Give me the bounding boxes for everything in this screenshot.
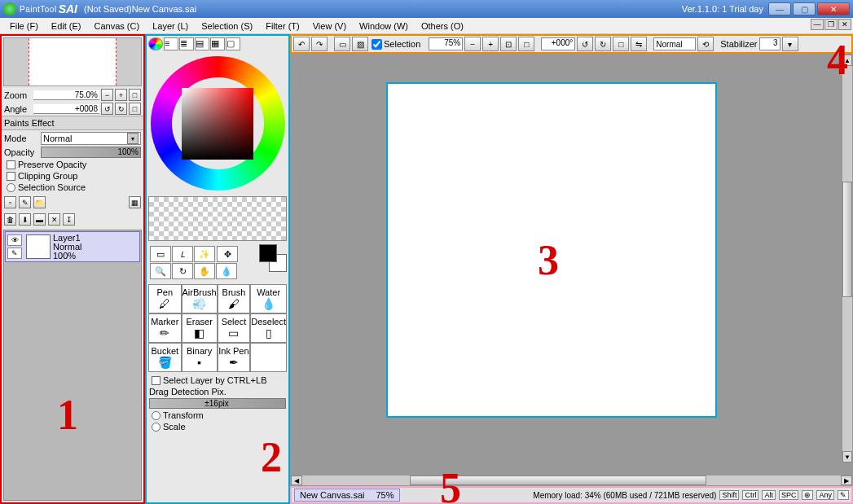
zoom-value[interactable]: 75.0% [33,90,99,100]
horizontal-scroll-thumb[interactable] [410,476,706,485]
minimize-button[interactable]: — [768,2,791,15]
select-brush[interactable]: Select▭ [218,313,251,343]
move-tool[interactable]: ✥ [217,246,238,262]
fg-bg-swatch[interactable] [259,244,287,272]
selection-source-radio[interactable] [7,183,15,192]
color-wheel[interactable] [147,52,288,195]
clipping-group-checkbox[interactable] [7,172,15,181]
transfer-down-button[interactable]: ↧ [63,213,75,226]
close-button[interactable]: ✕ [817,2,850,15]
transform-radio[interactable] [152,411,160,420]
lasso-tool[interactable]: 𝘓 [172,246,193,262]
toolbar-zoom-value[interactable]: 75% [429,37,463,50]
toolbar-rotate-ccw-button[interactable]: ↺ [577,37,593,51]
mdi-minimize-button[interactable]: — [811,19,824,30]
undo-button[interactable]: ↶ [293,37,310,51]
toolbar-blend-dropdown[interactable]: Normal [653,37,696,50]
scroll-down-icon[interactable]: ▼ [842,451,852,462]
rgb-slider-tab[interactable]: ≡ [164,37,178,50]
toolbar-rotate-reset-button[interactable]: □ [613,37,629,51]
new-linework-button[interactable]: ✎ [19,196,31,208]
eraser-brush[interactable]: Eraser◧ [182,313,218,343]
zoom-plus-button[interactable]: + [115,89,127,101]
zoom-tool[interactable]: 🔍 [150,263,171,279]
document-tab[interactable]: New Canvas.sai 75% [294,489,400,502]
brush-brush[interactable]: Brush🖌 [218,284,251,313]
angle-reset-button[interactable]: □ [129,103,141,115]
canvas[interactable] [386,82,717,418]
angle-ccw-button[interactable]: ↺ [101,103,113,115]
zoom-minus-button[interactable]: − [101,89,113,101]
rect-select-tool[interactable]: ▭ [150,246,171,262]
menu-edit[interactable]: Edit (E) [45,20,88,33]
toolbar-angle-value[interactable]: +000° [541,37,575,50]
new-layer-button[interactable]: ▫ [4,196,16,208]
deselect-brush[interactable]: Deselect▯ [250,313,287,343]
maximize-button[interactable]: ▢ [793,2,816,15]
gray-tab[interactable]: ▤ [195,37,209,50]
deselect-button[interactable]: ▭ [334,37,350,51]
scroll-right-icon[interactable]: ▶ [841,476,852,485]
swatches-tab[interactable]: ▦ [210,37,225,50]
clear-layer-button[interactable]: ✕ [48,213,60,226]
new-folder-button[interactable]: 📁 [33,196,46,208]
foreground-color[interactable] [259,244,277,262]
horizontal-scrollbar[interactable]: ◀ ▶ [290,475,853,486]
flatten-button[interactable]: ▬ [33,213,46,226]
select-layer-ctrl-checkbox[interactable] [152,376,160,385]
navigator-preview[interactable] [3,37,142,86]
mdi-close-button[interactable]: ✕ [838,19,851,30]
preserve-opacity-checkbox[interactable] [7,160,15,169]
inkpen-brush[interactable]: Ink Pen✒ [218,343,251,372]
scroll-left-icon[interactable]: ◀ [291,476,302,485]
layer-mask-button[interactable]: ▦ [129,196,141,208]
menu-others[interactable]: Others (O) [415,20,470,33]
toolbar-flip-button[interactable]: ⇋ [631,37,647,51]
color-picker-tool[interactable]: 💧 [216,263,237,279]
angle-value[interactable]: +0008 [33,104,99,114]
sv-box[interactable] [182,88,253,160]
airbrush-brush[interactable]: AirBrush💨 [182,284,218,313]
visibility-icon[interactable]: 👁 [7,234,22,246]
water-brush[interactable]: Water💧 [250,284,287,313]
scroll-up-icon[interactable]: ▲ [842,55,852,66]
delete-layer-button[interactable]: 🗑 [4,213,16,226]
menu-view[interactable]: View (V) [306,20,353,33]
layer-item[interactable]: 👁 ✎ Layer1 Normal 100% [5,231,140,262]
mdi-restore-button[interactable]: ❐ [824,19,838,30]
hsv-slider-tab[interactable]: ≣ [179,37,194,50]
angle-cw-button[interactable]: ↻ [115,103,127,115]
menu-filter[interactable]: Filter (T) [259,20,306,33]
menu-canvas[interactable]: Canvas (C) [88,20,147,33]
vertical-scrollbar[interactable]: ▲ ▼ [842,54,853,463]
toolbar-rotate-cw-button[interactable]: ↻ [595,37,611,51]
menu-layer[interactable]: Layer (L) [146,20,195,33]
menu-file[interactable]: File (F) [3,20,45,33]
zoom-reset-button[interactable]: □ [129,89,141,101]
pen-brush[interactable]: Pen🖊 [148,284,182,313]
binary-brush[interactable]: Binary▪ [182,343,218,372]
menu-selection[interactable]: Selection (S) [195,20,259,33]
color-wheel-tab[interactable] [148,37,163,50]
mode-dropdown[interactable]: Normal▾ [41,132,141,145]
invert-button[interactable]: ▨ [352,37,368,51]
hand-tool[interactable]: ✋ [194,263,215,279]
marker-brush[interactable]: Marker✏ [148,313,182,343]
stabilizer-value[interactable]: 3 [759,37,780,50]
redo-button[interactable]: ↷ [311,37,328,51]
swatch-panel[interactable] [148,196,287,241]
show-selection-checkbox[interactable] [372,39,382,50]
rotate-tool[interactable]: ↻ [172,263,193,279]
magic-wand-tool[interactable]: ✨ [194,246,215,262]
vertical-scroll-thumb[interactable] [842,182,852,297]
toolbar-zoom-plus-button[interactable]: + [482,37,499,51]
toolbar-zoom-fit-button[interactable]: ⊡ [500,37,517,51]
toolbar-blend-reset-button[interactable]: ⟲ [697,37,714,51]
toolbar-zoom-minus-button[interactable]: − [464,37,481,51]
canvas-viewport[interactable]: ▲ ▼ [290,54,853,475]
layer-list[interactable]: 👁 ✎ Layer1 Normal 100% [3,230,142,501]
scale-radio[interactable] [152,423,160,432]
merge-down-button[interactable]: ⬇ [19,213,31,226]
edit-icon[interactable]: ✎ [7,248,22,259]
opacity-slider[interactable]: 100% [41,147,141,158]
